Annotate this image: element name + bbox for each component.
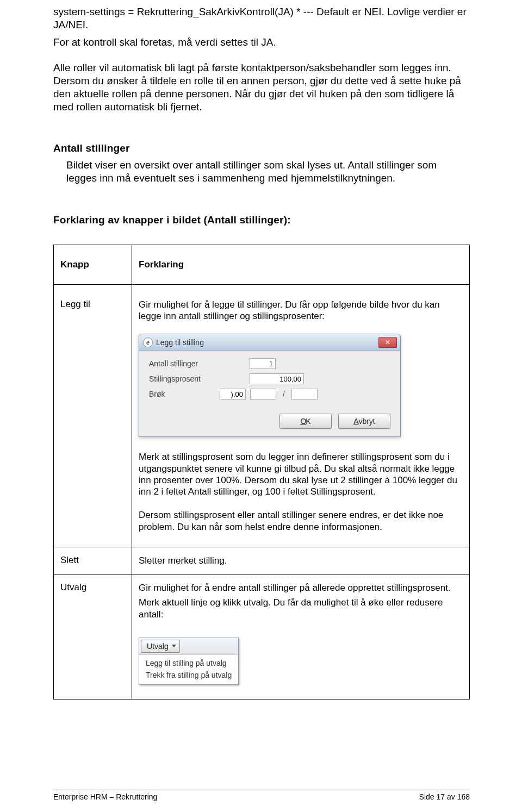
dialog-title: Legg til stilling (156, 338, 204, 347)
intro-paragraph-2: For at kontroll skal foretas, må verdi s… (53, 36, 470, 49)
antall-body: Bildet viser en oversikt over antall sti… (66, 159, 470, 185)
heading-antall-stillinger: Antall stillinger (53, 142, 470, 154)
input-brok-b[interactable] (250, 389, 276, 399)
app-icon: e (143, 338, 153, 347)
table-header-knapp: Knapp (54, 245, 132, 284)
label-brok: Brøk (149, 390, 220, 398)
cell-forklaring-slett: Sletter merket stilling. (132, 547, 470, 574)
label-antall-stillinger: Antall stillinger (149, 359, 220, 368)
avbryt-button[interactable]: Avbryt Avbryt (338, 414, 390, 429)
cell-forklaring-leggtil: Gir mulighet for å legge til stillinger.… (132, 284, 470, 547)
utvalg-dropdown-label: Utvalg (147, 642, 169, 651)
intro-paragraph-3: Alle roller vil automatisk bli lagt på f… (53, 61, 470, 113)
ok-button[interactable]: OOKK (279, 414, 332, 429)
utvalg-dropdown-button[interactable]: Utvalg (141, 640, 180, 653)
utvalg-text-1: Gir mulighet for å endre antall stilling… (139, 582, 463, 594)
table-header-forklaring: Forklaring (132, 245, 470, 284)
page-footer: Enterprise HRM – Rekruttering Side 17 av… (53, 790, 470, 801)
chevron-down-icon (172, 645, 176, 647)
leggtil-text-3: Dersom stillingsprosent eller antall sti… (139, 509, 463, 533)
cell-knapp-leggtil: Legg til (54, 284, 132, 547)
table-row: Legg til Gir mulighet for å legge til st… (54, 284, 470, 547)
brok-slash: / (283, 390, 285, 398)
footer-left: Enterprise HRM – Rekruttering (53, 792, 157, 801)
input-brok-c[interactable] (291, 389, 318, 399)
cell-forklaring-utvalg: Gir mulighet for å endre antall stilling… (132, 574, 470, 699)
dialog-titlebar: e Legg til stilling ✕ (139, 334, 400, 351)
cell-knapp-utvalg: Utvalg (54, 574, 132, 699)
input-stillingsprosent[interactable] (250, 373, 304, 384)
dropdown-item-legg-til[interactable]: Legg til stilling på utvalg (145, 657, 233, 669)
heading-forklaring: Forklaring av knapper i bildet (Antall s… (53, 214, 470, 226)
button-explain-table: Knapp Forklaring Legg til Gir mulighet f… (53, 245, 470, 699)
input-antall-stillinger[interactable] (250, 358, 276, 369)
utvalg-dropdown: Utvalg Legg til stilling på utvalg Trekk… (139, 638, 239, 685)
input-brok-a[interactable] (220, 389, 246, 399)
utvalg-text-2: Merk aktuell linje og klikk utvalg. Du f… (139, 597, 463, 620)
slett-text: Sletter merket stilling. (139, 555, 463, 566)
table-row: Slett Sletter merket stilling. (54, 547, 470, 574)
leggtil-text-2: Merk at stillingsprosent som du legger i… (139, 451, 463, 497)
close-icon[interactable]: ✕ (378, 337, 397, 348)
label-stillingsprosent: Stillingsprosent (149, 374, 220, 383)
intro-paragraph-1: system-settings = Rekruttering_SakArkivK… (53, 5, 470, 32)
legg-til-stilling-dialog: e Legg til stilling ✕ Antall stillinger (139, 334, 401, 437)
footer-right: Side 17 av 168 (419, 792, 470, 801)
table-row: Utvalg Gir mulighet for å endre antall s… (54, 574, 470, 699)
dropdown-item-trekk-fra[interactable]: Trekk fra stilling på utvalg (145, 669, 233, 681)
cell-knapp-slett: Slett (54, 547, 132, 574)
leggtil-text-1: Gir mulighet for å legge til stillinger.… (139, 299, 463, 322)
